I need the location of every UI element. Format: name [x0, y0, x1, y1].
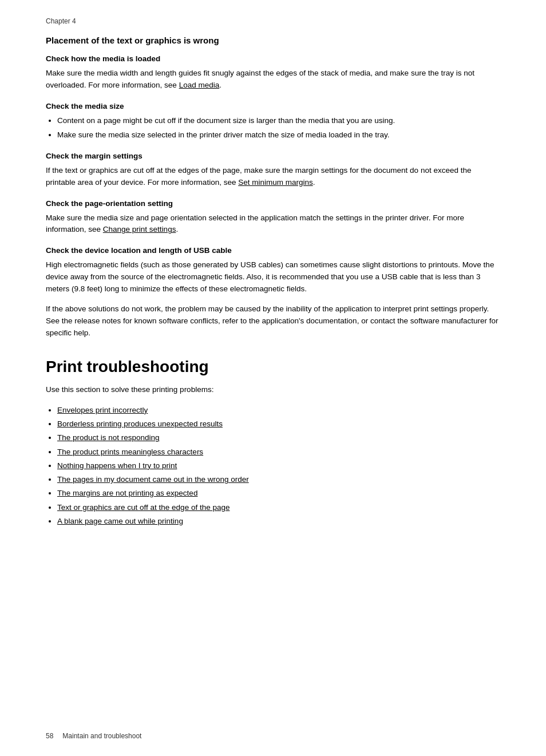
subsection-paragraph-margin: If the text or graphics are cut off at t… [46, 165, 500, 189]
link-borderless[interactable]: Borderless printing produces unexpected … [57, 419, 223, 428]
subsection-heading-orientation: Check the page-orientation setting [46, 199, 500, 208]
list-item: Nothing happens when I try to print [57, 460, 500, 472]
paragraph-text-loaded: Make sure the media width and length gui… [46, 69, 474, 89]
subsection-check-media-size: Check the media size Content on a page m… [46, 102, 500, 141]
paragraph-end-margin: . [313, 178, 315, 187]
subsection-check-usb: Check the device location and length of … [46, 246, 500, 339]
subsection-paragraph-usb-2: If the above solutions do not work, the … [46, 303, 500, 339]
load-media-link[interactable]: Load media [179, 81, 220, 89]
link-not-responding[interactable]: The product is not responding [57, 433, 160, 442]
media-size-bullet-list: Content on a page might be cut off if th… [57, 115, 500, 141]
list-item: Text or graphics are cut off at the edge… [57, 501, 500, 514]
subsection-check-loaded: Check how the media is loaded Make sure … [46, 54, 500, 92]
list-item: Borderless printing produces unexpected … [57, 418, 500, 430]
link-meaningless-chars[interactable]: The product prints meaningless character… [57, 448, 203, 456]
subsection-paragraph-orientation: Make sure the media size and page orient… [46, 212, 500, 236]
list-item: The margins are not printing as expected [57, 487, 500, 500]
list-item: Envelopes print incorrectly [57, 404, 500, 417]
change-print-settings-link[interactable]: Change print settings [103, 225, 176, 233]
subsection-paragraph-usb-1: High electromagnetic fields (such as tho… [46, 259, 500, 295]
footer: 58 Maintain and troubleshoot [46, 732, 500, 740]
chapter-label: Chapter 4 [46, 17, 500, 25]
print-troubleshooting-link-list: Envelopes print incorrectly Borderless p… [57, 404, 500, 528]
subsection-heading-usb: Check the device location and length of … [46, 246, 500, 255]
link-envelopes[interactable]: Envelopes print incorrectly [57, 406, 148, 414]
link-nothing-happens[interactable]: Nothing happens when I try to print [57, 461, 177, 470]
link-margins-not-printing[interactable]: The margins are not printing as expected [57, 489, 197, 497]
list-item: The product is not responding [57, 432, 500, 444]
list-item: The product prints meaningless character… [57, 446, 500, 458]
link-wrong-order[interactable]: The pages in my document came out in the… [57, 475, 249, 484]
footer-text: Maintain and troubleshoot [62, 732, 141, 740]
subsection-paragraph-loaded: Make sure the media width and length gui… [46, 68, 500, 92]
link-text-cut-off[interactable]: Text or graphics are cut off at the edge… [57, 503, 230, 512]
section2-heading: Print troubleshooting [46, 358, 500, 376]
link-blank-page[interactable]: A blank page came out while printing [57, 517, 183, 525]
section2-intro: Use this section to solve these printing… [46, 384, 500, 396]
bullet-item-1: Content on a page might be cut off if th… [57, 115, 500, 127]
bullet-item-2: Make sure the media size selected in the… [57, 129, 500, 141]
subsection-heading-loaded: Check how the media is loaded [46, 54, 500, 63]
subsection-check-orientation: Check the page-orientation setting Make … [46, 199, 500, 236]
list-item: The pages in my document came out in the… [57, 473, 500, 486]
footer-page-number: 58 [46, 732, 53, 740]
set-minimum-margins-link[interactable]: Set minimum margins [238, 178, 313, 187]
paragraph-end-loaded: . [219, 81, 221, 89]
subsection-heading-margin: Check the margin settings [46, 152, 500, 160]
page: Chapter 4 Placement of the text or graph… [0, 0, 546, 756]
subsection-heading-media-size: Check the media size [46, 102, 500, 110]
subsection-check-margin: Check the margin settings If the text or… [46, 152, 500, 189]
section1-heading: Placement of the text or graphics is wro… [46, 35, 500, 45]
list-item: A blank page came out while printing [57, 515, 500, 528]
paragraph-end-orientation: . [176, 225, 178, 233]
